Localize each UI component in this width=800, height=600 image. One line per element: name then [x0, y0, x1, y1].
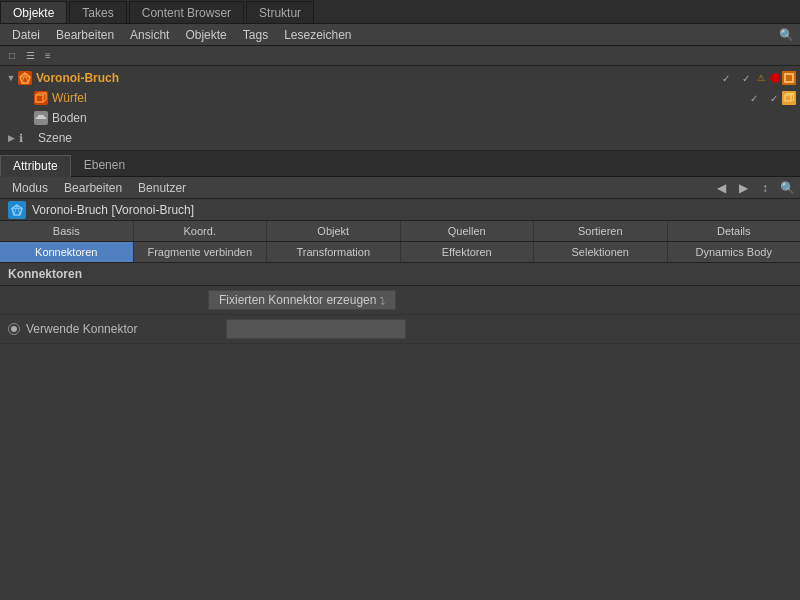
svg-rect-5	[36, 95, 43, 102]
object-icons: ⚠	[754, 71, 796, 85]
object-name: Voronoi-Bruch	[36, 71, 722, 85]
object-name: Szene	[38, 131, 788, 145]
no-expand-icon	[22, 113, 32, 123]
prop-tab-transformation[interactable]: Transformation	[267, 242, 401, 262]
prop-tabs-row1: Basis Koord. Objekt Quellen Sortieren De…	[0, 221, 800, 242]
object-name: Boden	[52, 111, 778, 125]
voronoi-icon	[18, 71, 32, 85]
arrow-left-icon[interactable]: ◀	[712, 179, 730, 197]
voronoi-header-icon	[8, 201, 26, 219]
prop-tab-objekt[interactable]: Objekt	[267, 221, 401, 241]
object-header-name: Voronoi-Bruch [Voronoi-Bruch]	[32, 203, 194, 217]
layer-icon[interactable]: ☰	[22, 48, 38, 64]
menu-objekte[interactable]: Objekte	[177, 26, 234, 44]
tab-struktur[interactable]: Struktur	[246, 1, 314, 23]
list-item[interactable]: ▼ Voronoi-Bruch ✓ ✓ ⚠	[0, 68, 800, 88]
form-label-verwende: Verwende Konnektor	[26, 322, 226, 336]
attr-menu-benutzer[interactable]: Benutzer	[130, 179, 194, 197]
object-type-icon	[782, 71, 796, 85]
form-row-button: Fixierten Konnektor erzeugen ⤵	[0, 286, 800, 315]
object-name: Würfel	[52, 91, 750, 105]
prop-tab-details[interactable]: Details	[668, 221, 801, 241]
tab-content-browser[interactable]: Content Browser	[129, 1, 244, 23]
svg-rect-18	[38, 115, 44, 117]
svg-rect-11	[785, 95, 791, 101]
list-item[interactable]: Würfel ✓ ✓	[0, 88, 800, 108]
attr-menu-modus[interactable]: Modus	[4, 179, 56, 197]
list-item[interactable]: ▶ ℹ Szene ✓	[0, 128, 800, 148]
arrange-icon[interactable]: ≡	[40, 48, 56, 64]
prop-tab-koord[interactable]: Koord.	[134, 221, 268, 241]
menu-bearbeiten[interactable]: Bearbeiten	[48, 26, 122, 44]
svg-rect-4	[785, 74, 793, 82]
radio-dot-inner	[11, 326, 17, 332]
attr-tab-bar: Attribute Ebenen	[0, 151, 800, 177]
attr-menu: Modus Bearbeiten Benutzer ◀ ▶ ↕ 🔍	[0, 177, 800, 199]
svg-text:ℹ: ℹ	[19, 132, 23, 144]
menu-lesezeichen[interactable]: Lesezeichen	[276, 26, 359, 44]
prop-tab-fragmente[interactable]: Fragmente verbinden	[134, 242, 268, 262]
object-status: ✓ ✓	[750, 93, 778, 104]
object-status: ✓	[788, 133, 796, 144]
tab-objekte[interactable]: Objekte	[0, 1, 67, 23]
prop-tab-dynamics[interactable]: Dynamics Body	[668, 242, 801, 262]
prop-tab-quellen[interactable]: Quellen	[401, 221, 535, 241]
object-status: ✓	[778, 113, 796, 124]
menu-bar: Datei Bearbeiten Ansicht Objekte Tags Le…	[0, 24, 800, 46]
search-icon[interactable]: 🔍	[776, 27, 796, 43]
create-connector-button[interactable]: Fixierten Konnektor erzeugen ⤵	[208, 290, 396, 310]
prop-tab-konnektoren[interactable]: Konnektoren	[0, 242, 134, 262]
list-item[interactable]: Boden ✓	[0, 108, 800, 128]
tab-attribute[interactable]: Attribute	[0, 155, 71, 177]
attr-menu-bearbeiten[interactable]: Bearbeiten	[56, 179, 130, 197]
menu-datei[interactable]: Datei	[4, 26, 48, 44]
prop-tabs-row2: Konnektoren Fragmente verbinden Transfor…	[0, 242, 800, 263]
move-icon[interactable]: ↕	[756, 179, 774, 197]
wurfel-icon	[34, 91, 48, 105]
verwende-konnektor-input[interactable]	[226, 319, 406, 339]
svg-rect-17	[36, 117, 46, 119]
prop-tab-sortieren[interactable]: Sortieren	[534, 221, 668, 241]
boden-icon	[34, 111, 48, 125]
object-icons	[782, 91, 796, 105]
prop-tab-selektionen[interactable]: Selektionen	[534, 242, 668, 262]
orange-cube-icon	[782, 91, 796, 105]
svg-marker-0	[20, 73, 30, 83]
object-list: ▼ Voronoi-Bruch ✓ ✓ ⚠	[0, 66, 800, 151]
no-expand-icon	[22, 93, 32, 103]
search-attr-icon[interactable]: 🔍	[778, 179, 796, 197]
object-toolbar: □ ☰ ≡	[0, 46, 800, 66]
warning-icon: ⚠	[754, 71, 768, 85]
svg-marker-20	[12, 205, 22, 215]
expand-icon[interactable]: ▼	[6, 73, 16, 83]
arrow-right-icon[interactable]: ▶	[734, 179, 752, 197]
object-status: ✓ ✓	[722, 73, 750, 84]
radio-verwende-konnektor[interactable]	[8, 323, 20, 335]
new-object-icon[interactable]: □	[4, 48, 20, 64]
cursor-indicator: ⤵	[380, 295, 385, 306]
prop-tab-basis[interactable]: Basis	[0, 221, 134, 241]
top-tab-bar: Objekte Takes Content Browser Struktur	[0, 0, 800, 24]
tab-ebenen[interactable]: Ebenen	[71, 154, 138, 176]
menu-tags[interactable]: Tags	[235, 26, 276, 44]
expand-icon[interactable]: ▶	[6, 133, 16, 143]
status-dot-red	[770, 73, 780, 83]
tab-takes[interactable]: Takes	[69, 1, 126, 23]
object-header: Voronoi-Bruch [Voronoi-Bruch]	[0, 199, 800, 221]
attr-search: ◀ ▶ ↕ 🔍	[712, 179, 796, 197]
menu-ansicht[interactable]: Ansicht	[122, 26, 177, 44]
form-row-radio: Verwende Konnektor	[0, 315, 800, 344]
prop-tab-effektoren[interactable]: Effektoren	[401, 242, 535, 262]
section-header-konnektoren: Konnektoren	[0, 263, 800, 286]
szene-icon: ℹ	[18, 130, 34, 146]
